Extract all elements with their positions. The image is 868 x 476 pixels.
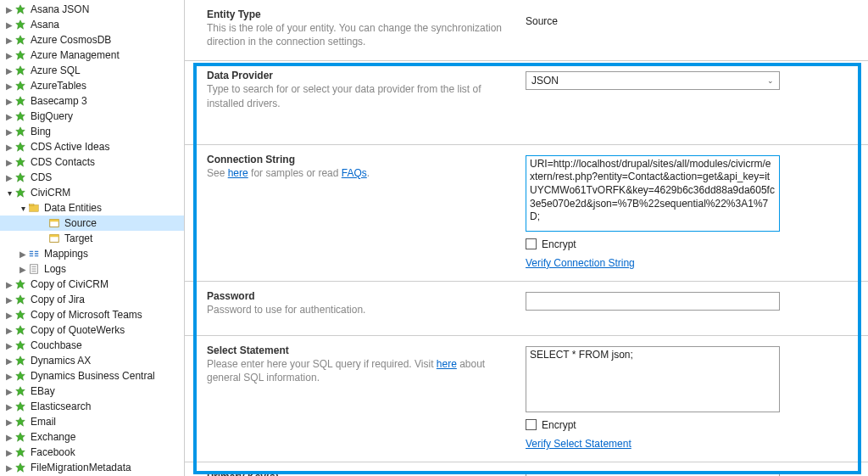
svg-marker-28 [16,356,25,366]
tree-item-facebook[interactable]: ▶Facebook [0,445,184,460]
select-statement-encrypt-label: Encrypt [542,419,576,431]
chevron-right-icon: ▶ [5,433,14,442]
chevron-right-icon: ▶ [5,417,14,427]
svg-marker-6 [16,97,25,106]
tree-item-copy-msteams[interactable]: ▶Copy of Microsoft Teams [0,307,184,322]
chevron-right-icon: ▶ [19,249,27,259]
tree-item-azure-management[interactable]: ▶Azure Management [0,48,184,63]
tree-item-mappings[interactable]: ▶Mappings [0,246,184,261]
section-connection-string: Connection String See here for samples o… [185,144,868,281]
connection-string-encrypt-label: Encrypt [542,238,576,250]
select-statement-desc: Please enter here your SQL query if requ… [207,357,509,384]
tree-item-exchange[interactable]: ▶Exchange [0,429,184,445]
tree-item-copy-quotewerks[interactable]: ▶Copy of QuoteWerks [0,322,184,338]
tree-item-dynamics-ax[interactable]: ▶Dynamics AX [0,353,184,368]
tree-item-dynamics-bc[interactable]: ▶Dynamics Business Central [0,368,184,384]
svg-marker-34 [16,448,25,457]
node-icon [14,278,26,290]
data-provider-title: Data Provider [207,70,509,81]
tree-item-bigquery[interactable]: ▶BigQuery [0,109,184,124]
node-icon [14,171,26,183]
chevron-right-icon: ▶ [5,36,14,45]
chevron-right-icon: ▶ [5,311,14,320]
tree-item-azure-sql[interactable]: ▶Azure SQL [0,63,184,78]
select-statement-input[interactable]: SELECT * FROM json; [526,346,780,412]
table-icon [48,232,60,244]
svg-marker-0 [16,5,25,14]
node-icon [14,324,26,336]
table-icon [48,217,60,229]
svg-marker-23 [16,280,25,289]
folder-icon [28,202,40,214]
tree-item-bing[interactable]: ▶Bing [0,124,184,139]
node-icon [14,370,26,382]
primary-keys-title: Primary Key(s) [207,471,509,476]
node-icon [14,80,26,92]
verify-connection-string-link[interactable]: Verify Connection String [526,257,635,269]
tree-item-filemigrationmetadata[interactable]: ▶FileMigrationMetadata [0,460,184,475]
tree-item-asana[interactable]: ▶Asana [0,17,184,32]
tree-sidebar[interactable]: ▶Asana JSON ▶Asana ▶Azure CosmosDB ▶Azur… [0,0,185,476]
tree-item-data-entities[interactable]: ▾Data Entities [0,200,184,216]
connection-string-encrypt-checkbox[interactable] [526,238,537,249]
svg-marker-31 [16,402,25,412]
chevron-right-icon: ▶ [5,66,14,76]
chevron-right-icon: ▶ [5,51,14,60]
node-icon [14,446,26,458]
tree-item-azure-tables[interactable]: ▶AzureTables [0,78,184,93]
tree-item-source[interactable]: Source [0,216,184,231]
chevron-right-icon: ▶ [5,127,14,137]
chevron-right-icon: ▶ [5,448,14,457]
chevron-right-icon: ▶ [5,387,14,396]
svg-marker-35 [16,463,25,473]
tree-item-cds-contacts[interactable]: ▶CDS Contacts [0,154,184,170]
data-provider-desc: Type to search for or select your data p… [207,82,509,109]
node-icon [14,355,26,367]
connection-string-input[interactable]: URI=http://localhost/drupal/sites/all/mo… [526,155,780,232]
node-icon [14,400,26,412]
svg-rect-18 [50,235,59,238]
tree-item-ebay[interactable]: ▶EBay [0,384,184,399]
tree-item-basecamp3[interactable]: ▶Basecamp 3 [0,93,184,109]
verify-select-statement-link[interactable]: Verify Select Statement [526,438,632,450]
tree-item-email[interactable]: ▶Email [0,414,184,429]
connection-string-title: Connection String [207,154,509,165]
chevron-right-icon: ▶ [5,280,14,289]
password-input[interactable] [526,292,780,311]
tree-item-cds-active-ideas[interactable]: ▶CDS Active Ideas [0,139,184,154]
chevron-right-icon: ▶ [5,372,14,381]
tree-item-couchbase[interactable]: ▶Couchbase [0,338,184,353]
tree-item-civicrm[interactable]: ▾CiviCRM [0,185,184,200]
svg-marker-7 [16,112,25,121]
connection-string-here-link[interactable]: here [228,167,248,179]
data-provider-select[interactable]: JSON ⌄ [526,71,780,90]
node-icon [14,156,26,168]
tree-item-asana-json[interactable]: ▶Asana JSON [0,2,184,17]
mappings-icon [28,248,40,260]
connection-string-faqs-link[interactable]: FAQs [342,167,367,179]
tree-item-target[interactable]: Target [0,231,184,246]
node-icon [14,3,26,15]
chevron-right-icon: ▶ [5,143,14,152]
logs-icon [28,263,40,275]
password-title: Password [207,290,509,302]
svg-marker-33 [16,433,25,442]
select-statement-encrypt-checkbox[interactable] [526,419,537,430]
node-icon [14,187,26,199]
tree-item-cds[interactable]: ▶CDS [0,170,184,185]
primary-keys-input[interactable] [526,473,780,476]
node-icon [14,49,26,61]
tree-item-elasticsearch[interactable]: ▶Elasticsearch [0,399,184,414]
tree-item-copy-jira[interactable]: ▶Copy of Jira [0,292,184,307]
node-icon [14,64,26,76]
chevron-right-icon: ▶ [5,356,14,366]
tree-item-logs[interactable]: ▶Logs [0,261,184,277]
node-icon [14,431,26,443]
tree-item-azure-cosmosdb[interactable]: ▶Azure CosmosDB [0,32,184,48]
main-panel: Entity Type This is the role of your ent… [185,0,868,476]
select-statement-here-link[interactable]: here [437,358,457,370]
svg-marker-4 [16,66,25,76]
chevron-right-icon: ▶ [5,402,14,412]
svg-marker-12 [16,188,25,198]
tree-item-copy-civicrm[interactable]: ▶Copy of CiviCRM [0,277,184,292]
